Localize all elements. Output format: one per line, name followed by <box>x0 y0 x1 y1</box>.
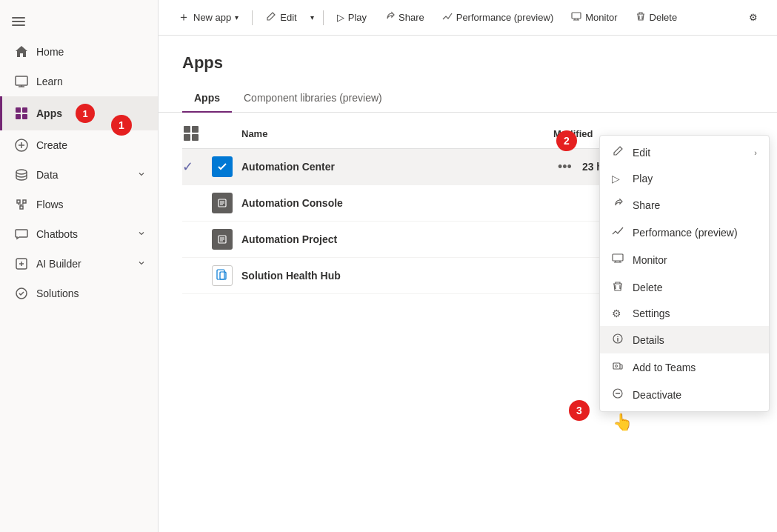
sidebar: Home Learn Apps 1 Create <box>0 0 159 532</box>
context-performance-icon <box>612 225 625 239</box>
context-menu-settings[interactable]: ⚙ Settings <box>600 301 769 326</box>
delete-button[interactable]: Delete <box>628 7 685 28</box>
svg-rect-12 <box>572 13 581 19</box>
chatbots-icon <box>14 227 29 242</box>
context-menu-add-teams[interactable]: Add to Teams <box>600 353 769 381</box>
edit-dropdown-button[interactable]: ▾ <box>307 9 317 26</box>
step-badge-3: 3 <box>569 400 590 421</box>
edit-label: Edit <box>280 12 296 23</box>
play-button[interactable]: ▷ Play <box>330 7 374 27</box>
svg-rect-2 <box>12 24 25 26</box>
create-icon <box>14 138 29 153</box>
tab-component-libraries[interactable]: Component libraries (preview) <box>232 84 394 113</box>
delete-label: Delete <box>650 12 678 23</box>
context-deactivate-label: Deactivate <box>633 389 681 401</box>
sidebar-item-learn[interactable]: Learn <box>0 67 158 96</box>
context-monitor-label: Monitor <box>633 254 667 266</box>
delete-icon <box>636 11 646 24</box>
svg-rect-1 <box>12 21 25 22</box>
row-name-2: Automation Console <box>241 197 590 209</box>
app-icon-gray <box>212 193 233 213</box>
check-icon: ✓ <box>182 159 193 174</box>
step-badge-1: 1 <box>111 115 132 136</box>
apps-icon <box>14 106 29 121</box>
settings-gear-button[interactable]: ⚙ <box>741 7 765 27</box>
svg-rect-0 <box>12 17 25 19</box>
row-dots-button[interactable]: ••• <box>553 158 576 176</box>
sidebar-item-create[interactable]: Create <box>0 130 158 160</box>
tab-apps[interactable]: Apps <box>182 84 232 113</box>
svg-point-20 <box>616 365 618 368</box>
app-icon-blue <box>212 156 233 177</box>
row-icon-3 <box>212 229 241 250</box>
cursor: 👆 <box>613 413 633 432</box>
context-edit-label: Edit <box>633 147 650 159</box>
edit-icon <box>266 11 276 24</box>
svg-rect-3 <box>16 76 27 85</box>
performance-button[interactable]: Performance (preview) <box>435 7 561 28</box>
hamburger-button[interactable] <box>0 6 158 37</box>
sidebar-item-chatbots[interactable]: Chatbots <box>0 219 158 249</box>
sidebar-item-data[interactable]: Data <box>0 160 158 190</box>
context-add-teams-label: Add to Teams <box>633 362 696 373</box>
context-menu-share[interactable]: Share <box>600 191 769 219</box>
sidebar-item-apps-label: Apps <box>36 107 62 119</box>
context-menu-edit[interactable]: Edit › <box>600 139 769 166</box>
row-icon-1 <box>212 156 241 177</box>
context-edit-icon <box>612 145 625 159</box>
svg-rect-17 <box>613 254 623 261</box>
svg-rect-6 <box>16 114 21 119</box>
sidebar-item-home-label: Home <box>36 46 64 58</box>
sidebar-item-create-label: Create <box>36 139 67 151</box>
ai-builder-chevron-icon <box>137 258 146 270</box>
sidebar-item-ai-builder-label: AI Builder <box>36 258 81 270</box>
context-deactivate-icon <box>612 388 625 402</box>
sidebar-item-solutions-label: Solutions <box>36 287 79 299</box>
app-icon-gray-2 <box>212 229 233 250</box>
context-share-icon <box>612 198 625 212</box>
edit-dropdown-icon: ▾ <box>310 13 314 21</box>
context-menu-delete[interactable]: Delete <box>600 273 769 301</box>
sidebar-item-solutions[interactable]: Solutions <box>0 279 158 308</box>
performance-icon <box>442 11 453 24</box>
context-details-icon <box>612 333 625 347</box>
new-app-label: New app <box>193 12 231 23</box>
context-menu-performance[interactable]: Performance (preview) <box>600 219 769 246</box>
context-menu-deactivate[interactable]: Deactivate <box>600 381 769 408</box>
context-play-label: Play <box>633 173 653 184</box>
monitor-label: Monitor <box>585 12 617 23</box>
play-label: Play <box>348 12 367 23</box>
context-menu-play[interactable]: ▷ Play <box>600 166 769 191</box>
context-monitor-icon <box>612 253 625 267</box>
new-app-button[interactable]: ＋ New app ▾ <box>170 5 246 30</box>
context-menu-details[interactable]: Details <box>600 326 769 353</box>
step-badge-2: 2 <box>556 130 577 151</box>
row-icon-4 <box>212 265 241 286</box>
monitor-icon <box>571 11 581 24</box>
tab-apps-label: Apps <box>194 92 220 104</box>
performance-label: Performance (preview) <box>456 12 554 23</box>
col-check-header <box>182 124 212 142</box>
row-name-4: Solution Health Hub <box>241 270 590 282</box>
sidebar-item-home[interactable]: Home <box>0 37 158 67</box>
apps-badge: 1 <box>76 104 95 123</box>
toolbar-divider-1 <box>252 10 253 25</box>
context-settings-label: Settings <box>633 307 670 319</box>
page-title: Apps <box>182 53 753 73</box>
sidebar-item-ai-builder[interactable]: AI Builder <box>0 249 158 279</box>
monitor-button[interactable]: Monitor <box>564 7 624 28</box>
share-icon <box>384 11 395 24</box>
solutions-icon <box>14 286 29 301</box>
edit-button[interactable]: Edit <box>259 7 304 28</box>
svg-rect-5 <box>22 107 27 113</box>
share-button[interactable]: Share <box>377 7 432 28</box>
sidebar-item-flows-label: Flows <box>36 199 64 210</box>
context-menu-monitor[interactable]: Monitor <box>600 246 769 273</box>
sidebar-item-apps[interactable]: Apps 1 <box>0 96 158 130</box>
row-icon-2 <box>212 193 241 213</box>
sidebar-item-flows[interactable]: Flows <box>0 190 158 219</box>
context-delete-icon <box>612 280 625 294</box>
app-icon-doc <box>212 265 233 286</box>
toolbar-divider-2 <box>323 10 324 25</box>
learn-icon <box>14 74 29 89</box>
